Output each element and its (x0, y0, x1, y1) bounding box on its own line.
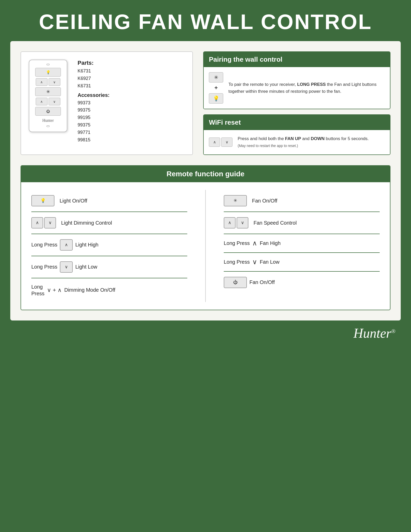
acc-2: 99375 (78, 106, 185, 114)
parts-label: Parts: (78, 60, 185, 66)
fan-speed-row: ∧ ∨ Fan Speed Control (224, 212, 380, 234)
guide-body: 💡 Light On/Off ∧ ∨ Light Dimming Control (21, 182, 390, 310)
light-low-row: Long Press ∨ Light Low (31, 256, 187, 278)
accessories-label: Accessories: (78, 92, 185, 98)
wifi-and: and (302, 136, 310, 141)
wifi-box: WiFi reset ∧ ∨ Press and hold both the F… (203, 114, 390, 155)
fan-high-label: Fan High (260, 240, 281, 246)
fan-onoff-row: ✳ Fan On/Off (224, 190, 380, 212)
wifi-description: Press and hold both the FAN UP and DOWN … (238, 135, 369, 149)
light-high-lp-text: Long Press (31, 242, 57, 248)
acc-4: 99375 (78, 121, 185, 129)
fan-power-label: Fan On/Off (249, 279, 275, 285)
light-onoff-label: Light On/Off (60, 197, 87, 204)
acc-3: 99195 (78, 114, 185, 121)
light-low-label: Light Low (75, 264, 97, 270)
wall-light-updown: ∧ ∨ (36, 78, 60, 86)
fan-speed-btns: ∧ ∨ (224, 217, 248, 228)
light-high-row: Long Press ∧ Light High (31, 234, 187, 256)
light-dimming-label: Light Dimming Control (61, 219, 112, 226)
main-content: 💡 ∧ ∨ ✳ ∧ ∨ ⏻ Hunter (10, 41, 401, 320)
device-section: 💡 ∧ ∨ ✳ ∧ ∨ ⏻ Hunter (21, 51, 193, 155)
top-section: 💡 ∧ ∨ ✳ ∧ ∨ ⏻ Hunter (21, 51, 390, 155)
light-high-label: Light High (75, 242, 98, 248)
wifi-body: ∧ ∨ Press and hold both the FAN UP and D… (204, 130, 390, 154)
wall-power-button[interactable]: ⏻ (35, 107, 61, 116)
right-section: Pairing the wall control ✳ + 💡 To pair t… (203, 51, 390, 155)
guide-left-col: 💡 Light On/Off ∧ ∨ Light Dimming Control (31, 190, 187, 302)
column-divider (205, 190, 206, 302)
fan-speed-up[interactable]: ∧ (224, 217, 236, 228)
guide-right-col: ✳ Fan On/Off ∧ ∨ Fan Speed Control Long … (224, 190, 380, 302)
bottom-screw (46, 125, 50, 127)
light-dim-down[interactable]: ∨ (44, 217, 56, 228)
fan-low-lp-text: Long Press (224, 259, 250, 265)
wall-plate: 💡 ∧ ∨ ✳ ∧ ∨ ⏻ Hunter (29, 60, 67, 132)
pairing-desc-1: To pair the remote to your receiver, (228, 82, 296, 87)
guide-columns: 💡 Light On/Off ∧ ∨ Light Dimming Control (31, 190, 380, 302)
wall-light-up[interactable]: ∧ (36, 78, 48, 86)
fan-power-row: ⏻ Fan On/Off (224, 272, 380, 293)
part-3: K6731 (78, 82, 185, 90)
fan-low-label: Fan Low (260, 259, 279, 265)
light-onoff-row: 💡 Light On/Off (31, 190, 187, 212)
wifi-title: WiFi reset (204, 115, 390, 130)
fan-onoff-btn[interactable]: ✳ (224, 195, 247, 206)
wifi-btn-group: ∧ ∨ (209, 137, 232, 147)
wifi-down: DOWN (311, 136, 325, 141)
pairing-body: ✳ + 💡 To pair the remote to your receive… (204, 67, 390, 109)
dimming-mode-lp-text: LongPress (31, 283, 44, 297)
wifi-fan-up: FAN UP (285, 136, 301, 141)
part-1: K6731 (78, 67, 185, 75)
fan-speed-down[interactable]: ∨ (237, 217, 248, 228)
light-dim-up[interactable]: ∧ (31, 217, 43, 228)
accessory-numbers: 99373 99375 99195 99375 99771 99815 (78, 99, 185, 144)
wall-light-button[interactable]: 💡 (35, 68, 61, 77)
pairing-description: To pair the remote to your receiver, LON… (228, 81, 385, 95)
pairing-icons: ✳ + 💡 (209, 72, 223, 104)
fan-high-lp-text: Long Press (224, 240, 250, 246)
page-title: CEILING FAN WALL CONTROL (15, 10, 396, 33)
light-dimming-row: ∧ ∨ Light Dimming Control (31, 212, 187, 234)
acc-6: 99815 (78, 136, 185, 144)
wifi-note: (May need to restart the app to reset.) (238, 144, 298, 148)
light-high-btn[interactable]: ∧ (60, 239, 73, 251)
wifi-desc-1: Press and hold both the (238, 136, 284, 141)
wall-fan-updown: ∧ ∨ (36, 98, 60, 105)
pairing-box: Pairing the wall control ✳ + 💡 To pair t… (203, 51, 390, 109)
wall-light-down[interactable]: ∨ (49, 78, 60, 86)
wifi-up-btn: ∧ (209, 137, 220, 147)
top-screw (46, 64, 50, 65)
pairing-plus: + (214, 85, 218, 91)
wall-fan-up[interactable]: ∧ (36, 98, 48, 105)
fan-low-sym: ∨ (252, 258, 257, 266)
wall-brand: Hunter (42, 118, 54, 123)
pairing-fan-btn: ✳ (209, 72, 223, 82)
guide-title: Remote function guide (21, 166, 390, 182)
wall-fan-button[interactable]: ✳ (35, 87, 61, 96)
part-2: K6927 (78, 75, 185, 82)
dimming-mode-label: Dimming Mode On/Off (64, 287, 115, 293)
acc-5: 99771 (78, 129, 185, 136)
dimming-mode-row: LongPress ∨ + ∧ Dimming Mode On/Off (31, 278, 187, 302)
wall-fan-down[interactable]: ∨ (49, 98, 60, 105)
acc-1: 99373 (78, 99, 185, 107)
parts-info: Parts: K6731 K6927 K6731 Accessories: 99… (78, 60, 185, 143)
fan-power-btn[interactable]: ⏻ (224, 277, 247, 288)
wifi-down-btn: ∨ (221, 137, 232, 147)
pairing-bold: LONG PRESS (297, 82, 326, 87)
footer: Hunter® (0, 320, 411, 346)
pairing-title: Pairing the wall control (204, 52, 390, 67)
wall-control-illustration: 💡 ∧ ∨ ✳ ∧ ∨ ⏻ Hunter (29, 60, 70, 132)
fan-high-sym: ∧ (252, 239, 257, 247)
fan-high-row: Long Press ∧ Fan High (224, 234, 380, 253)
dimming-mode-sym: ∨ + ∧ (47, 287, 62, 293)
part-numbers: K6731 K6927 K6731 (78, 67, 185, 89)
fan-low-row: Long Press ∨ Fan Low (224, 253, 380, 272)
wifi-desc-2: buttons for 5 seconds. (326, 136, 369, 141)
light-onoff-btn[interactable]: 💡 (31, 195, 54, 206)
light-low-lp-text: Long Press (31, 264, 57, 270)
pairing-light-btn: 💡 (209, 93, 223, 104)
hunter-logo: Hunter® (353, 326, 396, 341)
light-low-btn[interactable]: ∨ (60, 261, 73, 273)
